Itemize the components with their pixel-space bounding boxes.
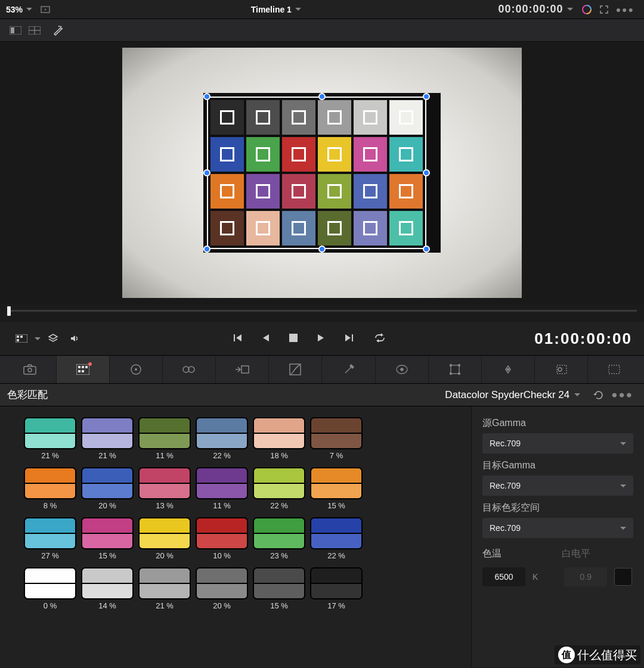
chart-patch bbox=[282, 174, 315, 209]
layers-icon[interactable] bbox=[48, 333, 58, 344]
color-swatch[interactable]: 11 % bbox=[138, 417, 191, 464]
color-swatch[interactable]: 22 % bbox=[196, 417, 248, 464]
svg-point-8 bbox=[60, 26, 61, 27]
swatch-percent: 22 % bbox=[310, 551, 363, 560]
color-swatch[interactable]: 23 % bbox=[253, 517, 305, 564]
safe-area-icon[interactable] bbox=[41, 6, 50, 13]
audio-icon[interactable] bbox=[69, 333, 80, 344]
color-wheel-icon[interactable] bbox=[581, 4, 592, 15]
color-swatch[interactable]: 11 % bbox=[196, 467, 248, 514]
svg-rect-23 bbox=[82, 370, 84, 372]
palette-rgb-mixer[interactable] bbox=[216, 356, 269, 383]
palette-curves[interactable] bbox=[269, 356, 322, 383]
color-swatch[interactable]: 18 % bbox=[253, 417, 305, 464]
target-colorspace-dropdown[interactable]: Rec.709 bbox=[482, 518, 633, 538]
zoom-level[interactable]: 53% bbox=[6, 5, 23, 14]
palette-tracker[interactable] bbox=[482, 356, 535, 383]
first-frame-button[interactable] bbox=[232, 333, 243, 345]
color-temp-field[interactable]: 6500 bbox=[482, 567, 525, 586]
loop-button[interactable] bbox=[374, 333, 386, 344]
color-swatch[interactable]: 21 % bbox=[81, 417, 134, 464]
chart-patch bbox=[246, 211, 280, 246]
color-swatch[interactable]: 22 % bbox=[310, 517, 363, 564]
palette-bar bbox=[0, 355, 644, 384]
display-mode-chevron-icon[interactable] bbox=[35, 337, 41, 340]
chart-preset-chevron-icon[interactable] bbox=[574, 393, 580, 396]
overlay-handle[interactable] bbox=[423, 93, 430, 100]
color-swatch[interactable]: 20 % bbox=[81, 467, 134, 514]
color-swatch[interactable]: 10 % bbox=[196, 517, 248, 564]
reset-icon[interactable] bbox=[593, 390, 604, 400]
chart-patch bbox=[246, 137, 280, 172]
palette-window[interactable] bbox=[429, 356, 482, 383]
overlay-handle[interactable] bbox=[203, 93, 210, 100]
playhead[interactable] bbox=[7, 306, 11, 316]
overlay-handle[interactable] bbox=[203, 246, 210, 253]
magic-wand-icon[interactable] bbox=[52, 25, 63, 36]
svg-rect-40 bbox=[609, 365, 620, 374]
palette-magic-mask[interactable] bbox=[535, 356, 588, 383]
target-gamma-dropdown[interactable]: Rec.709 bbox=[482, 476, 633, 496]
color-swatch[interactable]: 0 % bbox=[24, 567, 76, 614]
panel-more-icon[interactable]: ●●● bbox=[611, 389, 633, 401]
color-swatch[interactable]: 21 % bbox=[138, 567, 191, 614]
expand-icon[interactable] bbox=[599, 5, 609, 14]
color-swatch[interactable]: 22 % bbox=[253, 467, 305, 514]
color-swatch[interactable]: 15 % bbox=[81, 517, 134, 564]
palette-color-wheels[interactable] bbox=[110, 356, 163, 383]
scrub-bar[interactable] bbox=[0, 304, 644, 322]
svg-point-36 bbox=[458, 373, 460, 375]
palette-hdr-wheels[interactable] bbox=[163, 356, 216, 383]
overlay-handle[interactable] bbox=[203, 169, 210, 176]
color-swatch[interactable]: 15 % bbox=[253, 567, 305, 614]
timeline-title[interactable]: Timeline 1 bbox=[251, 5, 292, 14]
timecode-chevron-icon[interactable] bbox=[567, 8, 573, 11]
palette-blur[interactable] bbox=[588, 356, 640, 383]
svg-point-33 bbox=[450, 365, 451, 366]
header-timecode[interactable]: 00:00:00:00 bbox=[499, 3, 564, 15]
palette-qualifier[interactable] bbox=[376, 356, 429, 383]
chart-patch bbox=[318, 211, 351, 246]
timeline-chevron-icon[interactable] bbox=[295, 8, 301, 11]
grid-view-icon[interactable] bbox=[29, 26, 41, 35]
overlay-handle[interactable] bbox=[423, 169, 430, 176]
swatch-percent: 7 % bbox=[310, 451, 363, 460]
single-view-icon[interactable] bbox=[10, 26, 21, 35]
overlay-handle[interactable] bbox=[423, 246, 430, 253]
chart-preset-name[interactable]: Datacolor SpyderCheckr 24 bbox=[445, 389, 569, 401]
color-swatch[interactable]: 14 % bbox=[81, 567, 134, 614]
color-swatch[interactable]: 21 % bbox=[24, 417, 76, 464]
swatch-percent: 17 % bbox=[310, 601, 363, 610]
color-swatch[interactable]: 8 % bbox=[24, 467, 76, 514]
palette-color-match[interactable] bbox=[57, 356, 110, 383]
color-swatch[interactable]: 15 % bbox=[310, 467, 363, 514]
svg-rect-15 bbox=[289, 334, 298, 342]
play-button[interactable] bbox=[317, 333, 325, 344]
swatch-percent: 10 % bbox=[196, 551, 248, 560]
prev-frame-button[interactable] bbox=[262, 333, 270, 344]
viewer[interactable] bbox=[0, 42, 644, 304]
palette-color-warper[interactable] bbox=[322, 356, 375, 383]
last-frame-button[interactable] bbox=[344, 333, 355, 345]
swatch-area: 21 %21 %11 %22 %18 %7 %8 %20 %13 %11 %22… bbox=[0, 406, 471, 667]
display-mode-icon[interactable] bbox=[16, 334, 27, 343]
color-swatch[interactable]: 13 % bbox=[138, 467, 191, 514]
color-swatch[interactable]: 20 % bbox=[196, 567, 248, 614]
swatch-percent: 20 % bbox=[81, 501, 134, 510]
white-level-label: 白电平 bbox=[562, 548, 634, 560]
overlay-handle[interactable] bbox=[318, 246, 326, 253]
more-icon[interactable]: ●●● bbox=[616, 5, 634, 14]
zoom-chevron-icon[interactable] bbox=[26, 8, 32, 11]
color-swatch[interactable]: 20 % bbox=[138, 517, 191, 564]
palette-camera-raw[interactable] bbox=[4, 356, 57, 383]
chart-patch bbox=[354, 137, 387, 172]
chart-patch bbox=[210, 137, 244, 172]
color-swatch[interactable]: 27 % bbox=[24, 517, 76, 564]
color-swatch[interactable]: 17 % bbox=[310, 567, 363, 614]
white-level-colorwell bbox=[614, 568, 632, 586]
overlay-handle[interactable] bbox=[318, 93, 326, 100]
stop-button[interactable] bbox=[289, 334, 298, 344]
color-swatch[interactable]: 7 % bbox=[310, 417, 363, 464]
transport-timecode[interactable]: 01:00:00:00 bbox=[534, 330, 632, 348]
source-gamma-dropdown[interactable]: Rec.709 bbox=[482, 433, 633, 453]
